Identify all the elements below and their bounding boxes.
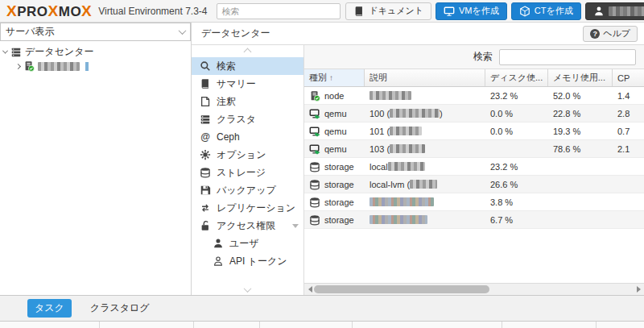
grid-search-input[interactable]	[499, 49, 636, 65]
view-mode-select[interactable]: サーバ表示	[0, 23, 191, 41]
global-search-input[interactable]	[217, 3, 341, 19]
column-header[interactable]: CP	[613, 69, 644, 86]
table-row[interactable]: qemu103 (78.6 %2.1	[304, 140, 644, 158]
cell-description	[365, 211, 485, 228]
cell-mem: 78.6 %	[548, 140, 613, 157]
menu-item-label: 検索	[217, 60, 236, 73]
type-label: storage	[324, 180, 354, 189]
scroll-right-arrow[interactable]	[633, 284, 644, 295]
menu-item-unlock[interactable]: アクセス権限	[192, 217, 303, 235]
datacenter-icon	[10, 46, 22, 57]
tab-tasks[interactable]: タスク	[27, 299, 72, 318]
cell-cpu	[613, 211, 644, 228]
expander-right-icon	[15, 63, 21, 69]
create-vm-button[interactable]: VMを作成	[436, 2, 507, 20]
type-label: qemu	[324, 127, 347, 136]
main-area: サーバ表示 データセンター データセンター	[0, 23, 644, 295]
menu-item-cluster[interactable]: クラスタ	[192, 110, 303, 128]
help-button[interactable]: ? ヘルプ	[583, 26, 638, 42]
expander-down-icon	[2, 48, 8, 53]
scrollbar-thumb[interactable]	[314, 285, 489, 293]
tab-cluster-log[interactable]: クラスタログ	[83, 299, 157, 318]
grid-body: node23.2 %52.0 %1.4qemu100 ()0.0 %22.8 %…	[304, 87, 644, 229]
column-header-label: CP	[617, 73, 630, 83]
column-header[interactable]: 種別↑	[304, 69, 365, 86]
column-header[interactable]: ディスク使...	[485, 69, 548, 86]
column-header[interactable]: 説明	[365, 69, 485, 86]
column-header-label: 説明	[369, 72, 387, 84]
column-header-label: 種別	[309, 72, 327, 84]
user-menu-button[interactable]	[585, 2, 644, 20]
redacted-node-name	[38, 62, 80, 71]
table-row[interactable]: qemu100 ()0.0 %22.8 %2.8	[304, 105, 644, 122]
redacted-description	[369, 215, 427, 224]
replication-icon	[200, 202, 211, 214]
menu-item-user[interactable]: ユーザ	[192, 235, 303, 252]
cell-mem	[548, 176, 613, 193]
menu-item-book[interactable]: サマリー	[192, 75, 303, 93]
menu-item-label: クラスタ	[217, 113, 256, 127]
cell-cpu: 2.1	[613, 140, 644, 157]
scroll-up-indicator[interactable]	[192, 47, 303, 57]
menu-item-note[interactable]: 注釈	[192, 93, 303, 110]
config-menu-list: 検索サマリー注釈クラスタ@Cephオプションストレージバックアップレプリケーショ…	[192, 57, 303, 270]
scroll-down-indicator[interactable]	[192, 284, 303, 295]
menu-item-label: バックアップ	[217, 184, 276, 197]
documentation-button[interactable]: ドキュメント	[345, 2, 431, 20]
cell-disk: 0.0 %	[485, 105, 548, 122]
grid-search-label: 検索	[473, 50, 493, 64]
menu-item-user-outline[interactable]: API トークン	[192, 252, 303, 270]
menu-item-label: アクセス権限	[217, 219, 275, 233]
redacted-description	[410, 180, 437, 189]
table-row[interactable]: node23.2 %52.0 %1.4	[304, 87, 644, 105]
table-row[interactable]: storagelocal 23.2 %	[304, 158, 644, 176]
version-label: Virtual Environment 7.3-4	[98, 6, 207, 17]
menu-item-label: Ceph	[217, 131, 240, 143]
chevron-up-icon	[244, 48, 252, 56]
cell-cpu: 1.4	[613, 87, 644, 104]
table-row[interactable]: storagelocal-lvm (26.6 %	[304, 176, 644, 193]
user-icon	[213, 238, 224, 249]
tree-node-host[interactable]	[0, 59, 191, 73]
resource-tree: データセンター	[0, 41, 191, 73]
cell-description: 100 ()	[365, 105, 485, 122]
type-label: qemu	[324, 144, 347, 154]
triangle-right-icon	[637, 286, 641, 293]
redacted-description	[369, 197, 434, 206]
type-label: storage	[324, 197, 354, 207]
redacted-description	[390, 109, 440, 118]
task-list-header-sliver	[0, 321, 644, 328]
node-icon	[309, 90, 320, 102]
qemu-icon	[309, 143, 320, 155]
panel-title: データセンター	[201, 27, 270, 40]
question-icon: ?	[590, 29, 600, 39]
cell-type: node	[304, 87, 365, 104]
cluster-icon	[200, 114, 211, 125]
create-ct-button[interactable]: CTを作成	[511, 2, 581, 20]
menu-item-storage[interactable]: ストレージ	[192, 164, 303, 181]
table-row[interactable]: qemu101 (0.0 %19.3 %0.7	[304, 122, 644, 140]
backup-icon	[200, 185, 211, 196]
menu-item-gear[interactable]: オプション	[192, 146, 303, 164]
column-header[interactable]: メモリ使用...	[548, 69, 613, 86]
menu-item-label: ユーザ	[229, 237, 259, 251]
cell-description: 103 (	[365, 140, 485, 157]
grid-empty-space	[304, 229, 644, 283]
grid-toolbar: 検索	[304, 45, 644, 69]
table-row[interactable]: storage6.7 %	[304, 211, 644, 229]
logo-x: X	[6, 2, 17, 20]
tree-node-datacenter[interactable]: データセンター	[0, 44, 191, 59]
horizontal-scrollbar[interactable]	[304, 283, 644, 295]
cell-type: qemu	[304, 122, 365, 139]
qemu-icon	[309, 108, 320, 119]
cell-mem: 22.8 %	[548, 105, 613, 122]
cell-mem	[548, 158, 613, 175]
description-text: 103 (	[369, 144, 390, 154]
documentation-label: ドキュメント	[369, 5, 423, 17]
redacted-description	[390, 144, 425, 153]
table-row[interactable]: storage3.8 %	[304, 193, 644, 211]
menu-item-backup[interactable]: バックアップ	[192, 181, 303, 199]
menu-item-replication[interactable]: レプリケーション	[192, 199, 303, 217]
menu-item-ceph[interactable]: @Ceph	[192, 128, 303, 146]
menu-item-search[interactable]: 検索	[192, 57, 303, 75]
